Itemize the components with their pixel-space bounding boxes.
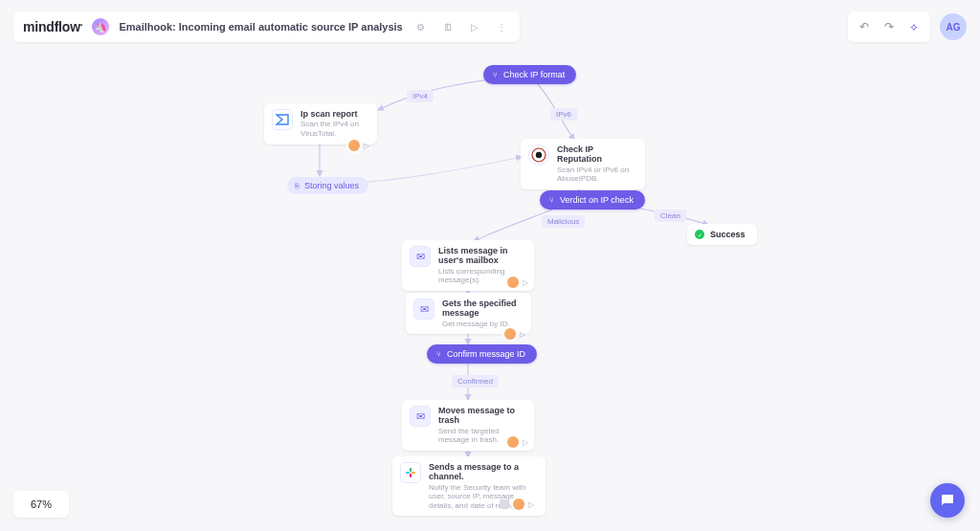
node-ip-scan-report[interactable]: Ip scan report Scan the IPv4 on VirusTot… — [264, 103, 377, 144]
branch-icon: ⑂ — [549, 196, 554, 205]
node-title: Ip scan report — [301, 109, 368, 119]
node-label: Check IP format — [503, 70, 565, 79]
terminal-port-icon[interactable] — [500, 499, 509, 509]
node-subtitle: Scan IPv4 or IPv6 on AbuseIPDB. — [557, 166, 635, 184]
output-port-icon[interactable] — [507, 277, 519, 288]
slack-icon — [400, 462, 421, 483]
output-port-icon[interactable] — [507, 436, 519, 448]
output-port-icon[interactable] — [513, 498, 524, 510]
node-subtitle: Scan the IPv4 on VirusTotal. — [301, 120, 368, 138]
play-port-icon[interactable]: ▷ — [523, 438, 528, 447]
node-ports: ▷ — [348, 140, 369, 151]
branch-icon: ⑂ — [493, 71, 498, 79]
abuseipdb-icon — [528, 144, 549, 166]
node-success[interactable]: ✓ Success — [687, 224, 757, 245]
support-chat-button[interactable] — [930, 483, 965, 518]
node-check-ip-reputation[interactable]: Check IP Reputation Scan IPv4 or IPv6 on… — [521, 139, 645, 189]
play-port-icon[interactable]: ▷ — [528, 500, 534, 509]
play-port-icon[interactable]: ▷ — [520, 330, 525, 339]
edge-label-confirmed: Confirmed — [452, 375, 499, 387]
node-title: Sends a message to a channel. — [429, 462, 536, 482]
node-storing-values[interactable]: ⎘ Storing values — [287, 177, 368, 194]
edge-label-ipv6: IPv6 — [550, 108, 577, 121]
chat-bubble-icon — [939, 492, 956, 509]
node-ports: ▷ — [504, 328, 525, 340]
node-subtitle: Get message by ID. — [442, 320, 522, 329]
flow-canvas[interactable]: ⑂ Check IP format IPv4 IPv6 Ip scan repo… — [0, 0, 980, 531]
edge-label-clean: Clean — [655, 210, 686, 222]
svg-point-1 — [536, 152, 542, 158]
node-title: Gets the specified message — [442, 299, 522, 319]
node-label: Confirm message ID — [447, 349, 525, 359]
node-title: Moves message to trash — [438, 406, 524, 426]
edge-label-malicious: Malicious — [542, 215, 585, 228]
play-port-icon[interactable]: ▷ — [364, 142, 369, 150]
node-title: Lists message in user's mailbox — [438, 246, 524, 266]
zoom-indicator[interactable]: 67% — [13, 491, 69, 518]
node-check-ip-format[interactable]: ⑂ Check IP format — [483, 65, 576, 84]
svg-rect-3 — [412, 472, 415, 474]
play-port-icon[interactable]: ▷ — [523, 278, 528, 287]
svg-rect-2 — [406, 472, 410, 474]
store-icon: ⎘ — [295, 182, 300, 190]
node-confirm-id[interactable]: ⑂ Confirm message ID — [427, 344, 537, 364]
branch-icon: ⑂ — [436, 350, 441, 359]
output-port-icon[interactable] — [348, 140, 360, 151]
trash-icon: ✉ — [410, 406, 431, 427]
node-ports: ▷ — [500, 498, 534, 510]
svg-rect-5 — [410, 474, 412, 477]
message-icon: ✉ — [413, 299, 434, 320]
success-check-icon: ✓ — [695, 230, 704, 239]
node-ports: ▷ — [507, 436, 528, 448]
node-label: Verdict on IP check — [560, 195, 634, 205]
node-label: Success — [710, 230, 746, 239]
node-title: Check IP Reputation — [557, 144, 635, 165]
output-port-icon[interactable] — [504, 328, 516, 340]
node-ports: ▷ — [507, 277, 528, 288]
node-verdict[interactable]: ⑂ Verdict on IP check — [540, 190, 645, 210]
edge-label-ipv4: IPv4 — [407, 90, 434, 102]
svg-rect-4 — [410, 468, 412, 472]
node-label: Storing values — [304, 181, 359, 190]
virustotal-icon — [272, 109, 293, 130]
mailbox-icon: ✉ — [410, 246, 431, 267]
